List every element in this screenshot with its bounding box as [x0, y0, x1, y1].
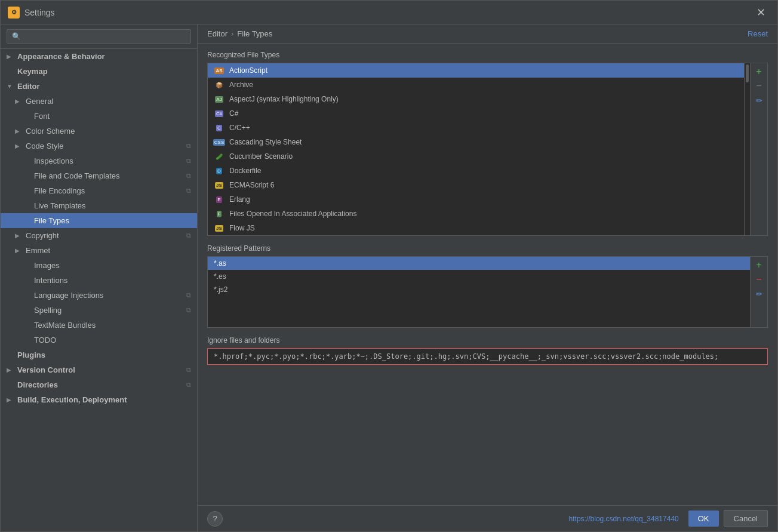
- spacer: [23, 307, 32, 313]
- sidebar-item-spelling[interactable]: Spelling ⧉: [1, 303, 197, 318]
- flowjs-icon: JS: [215, 225, 223, 232]
- sidebar-item-label: TODO: [34, 336, 191, 345]
- main-content: ▶ Appearance & Behavior Keymap ▼ Editor …: [1, 24, 777, 531]
- erlang-icon: E: [216, 196, 222, 203]
- list-item[interactable]: C C/C++: [208, 121, 744, 135]
- settings-window: ⚙ Settings ✕ ▶ Appearance & Behavior Key…: [0, 0, 778, 532]
- sidebar-item-images[interactable]: Images: [1, 258, 197, 273]
- list-item[interactable]: C# C#: [208, 106, 744, 121]
- patterns-side-buttons: + − ✏: [751, 256, 768, 328]
- sidebar-item-label: Plugins: [17, 350, 191, 359]
- ok-button[interactable]: OK: [688, 511, 719, 527]
- spacer: [23, 292, 32, 299]
- edit-file-type-button[interactable]: ✏: [752, 93, 766, 107]
- sidebar-item-label: General: [26, 97, 191, 106]
- sidebar-item-language-injections[interactable]: Language Injections ⧉: [1, 288, 197, 303]
- sidebar-item-todo[interactable]: TODO: [1, 333, 197, 348]
- sidebar-item-general[interactable]: ▶ General: [1, 94, 197, 109]
- file-types-side-buttons: + − ✏: [751, 63, 768, 236]
- spacer: [23, 337, 32, 343]
- arrow-icon: ▼: [7, 83, 15, 90]
- pattern-item[interactable]: *.as: [208, 257, 750, 270]
- list-item[interactable]: AS ActionScript: [208, 63, 744, 78]
- list-item[interactable]: JS Flow JS: [208, 221, 744, 235]
- sidebar-item-file-types[interactable]: File Types: [1, 213, 197, 228]
- sidebar-item-intentions[interactable]: Intentions: [1, 273, 197, 288]
- file-type-icon: D: [214, 166, 225, 176]
- pattern-item[interactable]: *.es: [208, 270, 750, 283]
- pattern-item[interactable]: *.js2: [208, 283, 750, 296]
- panel-body: Recognized File Types AS ActionScript 📦: [198, 44, 777, 505]
- list-item[interactable]: JS ECMAScript 6: [208, 178, 744, 192]
- ignore-files-label: Ignore files and folders: [207, 336, 768, 345]
- file-type-label: C#: [229, 109, 238, 118]
- search-input[interactable]: [7, 29, 191, 44]
- copy-icon: ⧉: [186, 381, 191, 389]
- sidebar-item-plugins[interactable]: Plugins: [1, 348, 197, 362]
- sidebar-item-build-execution[interactable]: ▶ Build, Execution, Deployment: [1, 392, 197, 407]
- arrow-icon: ▶: [15, 143, 23, 149]
- sidebar-item-label: Live Templates: [34, 201, 191, 210]
- recognized-file-types-list[interactable]: AS ActionScript 📦 Archive AJ AspectJ (sy…: [207, 63, 745, 236]
- sidebar-item-keymap[interactable]: Keymap: [1, 64, 197, 79]
- reset-button[interactable]: Reset: [748, 29, 768, 38]
- list-item[interactable]: 📦 Archive: [208, 78, 744, 92]
- sidebar-item-file-encodings[interactable]: File Encodings ⧉: [1, 183, 197, 198]
- list-item[interactable]: D Dockerfile: [208, 164, 744, 178]
- sidebar-item-live-templates[interactable]: Live Templates: [1, 198, 197, 213]
- cancel-button[interactable]: Cancel: [724, 510, 768, 527]
- bottom-bar: ? https://blog.csdn.net/qq_34817440 OK C…: [198, 505, 777, 531]
- help-button[interactable]: ?: [207, 511, 223, 527]
- patterns-list[interactable]: *.as *.es *.js2: [207, 256, 751, 328]
- window-title: Settings: [24, 8, 752, 17]
- sidebar-item-editor[interactable]: ▼ Editor: [1, 79, 197, 94]
- ignore-files-input[interactable]: [207, 348, 768, 365]
- ignore-section: Ignore files and folders: [207, 336, 768, 365]
- list-item[interactable]: AJ AspectJ (syntax Highlighting Only): [208, 92, 744, 106]
- list-item[interactable]: CSS Cascading Style Sheet: [208, 135, 744, 149]
- sidebar-item-file-code-templates[interactable]: File and Code Templates ⧉: [1, 168, 197, 183]
- sidebar-item-copyright[interactable]: ▶ Copyright ⧉: [1, 228, 197, 243]
- file-type-icon: AJ: [214, 94, 225, 104]
- sidebar-item-directories[interactable]: Directories ⧉: [1, 377, 197, 392]
- sidebar-item-label: Emmet: [26, 246, 191, 255]
- edit-pattern-button[interactable]: ✏: [752, 287, 766, 301]
- remove-pattern-button[interactable]: −: [752, 272, 766, 287]
- remove-file-type-button[interactable]: −: [752, 79, 766, 93]
- breadcrumb-separator: ›: [231, 29, 233, 38]
- arrow-icon: ▶: [7, 367, 15, 373]
- copy-icon: ⧉: [186, 172, 191, 180]
- files-icon: F: [217, 211, 222, 217]
- close-button[interactable]: ✕: [752, 4, 770, 21]
- sidebar-item-inspections[interactable]: Inspections ⧉: [1, 153, 197, 168]
- sidebar-item-appearance[interactable]: ▶ Appearance & Behavior: [1, 49, 197, 64]
- file-types-scrollbar[interactable]: [745, 63, 751, 236]
- sidebar-item-label: Editor: [17, 82, 191, 91]
- sidebar: ▶ Appearance & Behavior Keymap ▼ Editor …: [1, 24, 198, 531]
- sidebar-item-textmate-bundles[interactable]: TextMate Bundles: [1, 318, 197, 333]
- add-file-type-button[interactable]: +: [752, 64, 766, 79]
- list-item[interactable]: 🥒 Cucumber Scenario: [208, 149, 744, 164]
- copy-icon: ⧉: [186, 306, 191, 314]
- cs-icon: C#: [215, 110, 223, 117]
- sidebar-item-emmet[interactable]: ▶ Emmet: [1, 243, 197, 258]
- add-pattern-button[interactable]: +: [752, 258, 766, 272]
- registered-patterns-section: Registered Patterns *.as *.es *.js2 + − …: [207, 244, 768, 328]
- sidebar-item-label: Code Style: [26, 142, 186, 150]
- spacer: [23, 217, 32, 224]
- sidebar-item-color-scheme[interactable]: ▶ Color Scheme: [1, 124, 197, 139]
- sidebar-item-version-control[interactable]: ▶ Version Control ⧉: [1, 362, 197, 377]
- list-item[interactable]: E Erlang: [208, 192, 744, 207]
- sidebar-item-code-style[interactable]: ▶ Code Style ⧉: [1, 139, 197, 153]
- sidebar-item-font[interactable]: Font: [1, 109, 197, 124]
- registered-patterns-label: Registered Patterns: [207, 244, 768, 253]
- spacer: [23, 322, 32, 328]
- scrollbar-thumb: [746, 64, 749, 82]
- sidebar-item-label: Appearance & Behavior: [17, 52, 191, 61]
- spacer: [7, 382, 15, 388]
- spacer: [7, 352, 15, 358]
- spacer: [23, 202, 32, 209]
- arrow-icon: ▶: [15, 247, 23, 254]
- cpp-icon: C: [216, 125, 222, 131]
- list-item[interactable]: F Files Opened In Associated Application…: [208, 207, 744, 221]
